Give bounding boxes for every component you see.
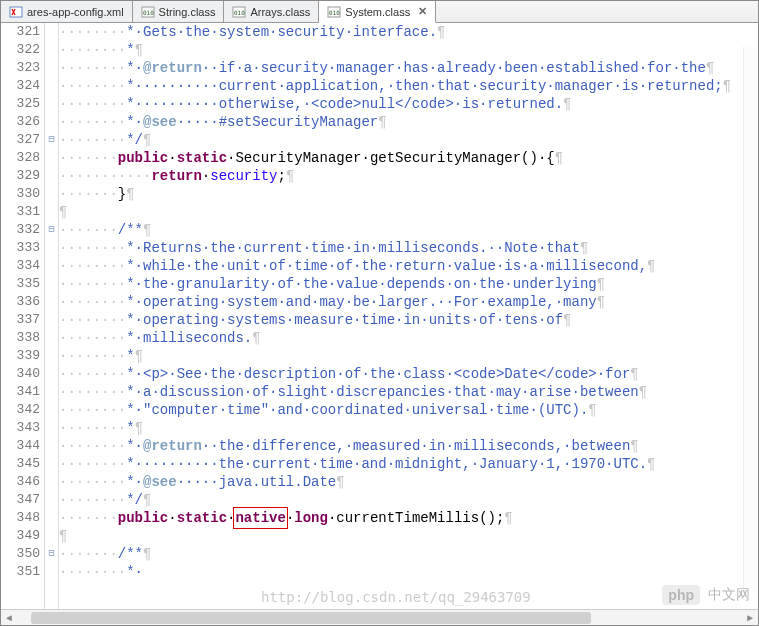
code-line[interactable]: ········*··········otherwise,·<code>null… — [59, 95, 758, 113]
fold-toggle[interactable] — [45, 473, 58, 491]
fold-toggle[interactable] — [45, 113, 58, 131]
fold-toggle[interactable] — [45, 293, 58, 311]
line-number[interactable]: 343 — [1, 419, 40, 437]
code-line[interactable]: ¶ — [59, 527, 758, 545]
code-line[interactable]: ·······public·static·SecurityManager·get… — [59, 149, 758, 167]
code-line[interactable]: ········*·<p>·See·the·description·of·the… — [59, 365, 758, 383]
code-line[interactable]: ········*· — [59, 563, 758, 581]
line-number[interactable]: 350 — [1, 545, 40, 563]
code-line[interactable]: ········*¶ — [59, 41, 758, 59]
code-line[interactable]: ········*·Gets·the·system·security·inter… — [59, 23, 758, 41]
fold-toggle[interactable] — [45, 401, 58, 419]
fold-toggle[interactable] — [45, 311, 58, 329]
line-number[interactable]: 339 — [1, 347, 40, 365]
line-number[interactable]: 333 — [1, 239, 40, 257]
line-number[interactable]: 341 — [1, 383, 40, 401]
code-line[interactable]: ········*/¶ — [59, 131, 758, 149]
code-line[interactable]: ········*·milliseconds.¶ — [59, 329, 758, 347]
code-line[interactable]: ········*·a·discussion·of·slight·discrep… — [59, 383, 758, 401]
tab-ares-app-config-xml[interactable]: ares-app-config.xml — [1, 1, 133, 22]
scroll-left-icon[interactable]: ◄ — [1, 610, 17, 626]
line-number[interactable]: 335 — [1, 275, 40, 293]
fold-toggle[interactable] — [45, 527, 58, 545]
code-line[interactable]: ···········return·security;¶ — [59, 167, 758, 185]
fold-toggle[interactable] — [45, 347, 58, 365]
code-line[interactable]: ········*/¶ — [59, 491, 758, 509]
tab-string-class[interactable]: 010String.class — [133, 1, 225, 22]
code-line[interactable]: ········*·"computer·time"·and·coordinate… — [59, 401, 758, 419]
code-line[interactable]: ········*·while·the·unit·of·time·of·the·… — [59, 257, 758, 275]
code-line[interactable]: ········*··········current·application,·… — [59, 77, 758, 95]
line-number[interactable]: 330 — [1, 185, 40, 203]
line-number[interactable]: 332 — [1, 221, 40, 239]
fold-toggle[interactable] — [45, 329, 58, 347]
overview-ruler[interactable] — [743, 47, 757, 591]
scroll-right-icon[interactable]: ► — [742, 610, 758, 626]
line-number[interactable]: 344 — [1, 437, 40, 455]
code-line[interactable]: ········*·@see·····#setSecurityManager¶ — [59, 113, 758, 131]
fold-toggle[interactable] — [45, 455, 58, 473]
fold-toggle[interactable] — [45, 167, 58, 185]
fold-toggle[interactable] — [45, 509, 58, 527]
line-number[interactable]: 326 — [1, 113, 40, 131]
line-number[interactable]: 327 — [1, 131, 40, 149]
code-line[interactable]: ········*·operating·systems·measure·time… — [59, 311, 758, 329]
fold-toggle[interactable]: ⊟ — [45, 131, 58, 149]
code-line[interactable]: ········*·the·granularity·of·the·value·d… — [59, 275, 758, 293]
horizontal-scrollbar[interactable]: ◄ ► — [1, 609, 758, 625]
fold-toggle[interactable] — [45, 239, 58, 257]
line-number[interactable]: 329 — [1, 167, 40, 185]
close-icon[interactable]: ✕ — [418, 5, 427, 18]
line-number[interactable]: 322 — [1, 41, 40, 59]
line-number[interactable]: 347 — [1, 491, 40, 509]
line-number[interactable]: 346 — [1, 473, 40, 491]
code-line[interactable]: ········*·@see·····java.util.Date¶ — [59, 473, 758, 491]
fold-toggle[interactable]: ⊟ — [45, 221, 58, 239]
line-number[interactable]: 323 — [1, 59, 40, 77]
line-number[interactable]: 331 — [1, 203, 40, 221]
line-number[interactable]: 345 — [1, 455, 40, 473]
fold-toggle[interactable]: ⊟ — [45, 545, 58, 563]
code-line[interactable]: ········*·operating·system·and·may·be·la… — [59, 293, 758, 311]
tab-system-class[interactable]: 010System.class✕ — [319, 1, 436, 23]
code-line[interactable]: ¶ — [59, 203, 758, 221]
line-number[interactable]: 342 — [1, 401, 40, 419]
code-line[interactable]: ·······public·static·native·long·current… — [59, 509, 758, 527]
fold-toggle[interactable] — [45, 95, 58, 113]
fold-toggle[interactable] — [45, 41, 58, 59]
tab-arrays-class[interactable]: 010Arrays.class — [224, 1, 319, 22]
fold-toggle[interactable] — [45, 185, 58, 203]
code-line[interactable]: ········*·@return··the·difference,·measu… — [59, 437, 758, 455]
fold-toggle[interactable] — [45, 23, 58, 41]
fold-toggle[interactable] — [45, 275, 58, 293]
fold-toggle[interactable] — [45, 437, 58, 455]
line-number[interactable]: 324 — [1, 77, 40, 95]
code-line[interactable]: ·······/**¶ — [59, 545, 758, 563]
code-line[interactable]: ········*¶ — [59, 419, 758, 437]
line-number[interactable]: 328 — [1, 149, 40, 167]
line-number[interactable]: 321 — [1, 23, 40, 41]
fold-toggle[interactable] — [45, 491, 58, 509]
fold-toggle[interactable] — [45, 563, 58, 581]
line-number[interactable]: 336 — [1, 293, 40, 311]
fold-toggle[interactable] — [45, 383, 58, 401]
code-line[interactable]: ········*·@return··if·a·security·manager… — [59, 59, 758, 77]
code-line[interactable]: ·······}¶ — [59, 185, 758, 203]
scrollbar-thumb[interactable] — [31, 612, 591, 624]
line-number[interactable]: 337 — [1, 311, 40, 329]
fold-toggle[interactable] — [45, 365, 58, 383]
fold-toggle[interactable] — [45, 419, 58, 437]
code-line[interactable]: ·······/**¶ — [59, 221, 758, 239]
fold-toggle[interactable] — [45, 203, 58, 221]
fold-toggle[interactable] — [45, 257, 58, 275]
line-number[interactable]: 351 — [1, 563, 40, 581]
fold-toggle[interactable] — [45, 149, 58, 167]
code-line[interactable]: ········*·Returns·the·current·time·in·mi… — [59, 239, 758, 257]
line-number[interactable]: 349 — [1, 527, 40, 545]
code-line[interactable]: ········*··········the·current·time·and·… — [59, 455, 758, 473]
line-number[interactable]: 325 — [1, 95, 40, 113]
fold-toggle[interactable] — [45, 59, 58, 77]
line-number[interactable]: 338 — [1, 329, 40, 347]
line-number[interactable]: 348 — [1, 509, 40, 527]
code-content[interactable]: ········*·Gets·the·system·security·inter… — [59, 23, 758, 609]
